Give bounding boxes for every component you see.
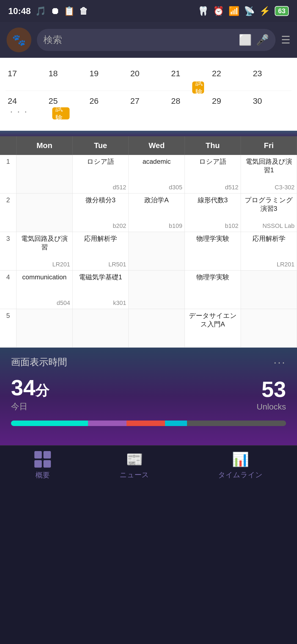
mic-icon[interactable]: 🎤	[256, 34, 269, 46]
record-icon: ⏺	[51, 6, 59, 16]
scan-icon[interactable]: ⬜	[239, 34, 252, 46]
charge-icon: ⚡	[259, 6, 270, 16]
cell-1-thu: ロシア語 d512	[185, 155, 241, 193]
cell-4-mon: communication d504	[16, 271, 73, 309]
period-label-4: 4	[0, 271, 16, 309]
timetable-period-1: 1 ロシア語 d512 academic d305 ロシア語 d512 電気回路…	[0, 155, 297, 193]
cell-2-thu: 線形代数3 b102	[185, 193, 241, 232]
nav-news-label: ニュース	[120, 470, 149, 480]
minutes-number: 34分	[11, 377, 49, 400]
bar-seg-2	[88, 421, 127, 426]
cell-2-mon	[16, 193, 73, 232]
event-shiken-1: 試験	[196, 78, 203, 97]
cal-30: 30	[251, 95, 292, 118]
timetable-period-4: 4 communication d504 電磁気学基礎1 k301 物理学実験	[0, 271, 297, 309]
bluetooth-icon: 🦷	[198, 6, 209, 16]
timetable-header: Mon Tue Wed Thu Fri	[0, 136, 297, 155]
minutes-stat: 34分 今日	[11, 377, 49, 412]
cal-24: 24 ・・・	[6, 95, 46, 118]
calendar-week-2: 24 ・・・ 25 試験 26 27 28 29 30	[6, 91, 292, 122]
cal-23: 23	[251, 68, 292, 86]
cell-5-tue	[73, 309, 129, 348]
cal-26: 26	[87, 95, 128, 118]
period-label-2: 2	[0, 193, 16, 232]
timeline-icon: 📊	[232, 451, 249, 467]
nav-overview[interactable]: 概要	[34, 451, 51, 480]
timetable-col-mon: Mon	[16, 136, 73, 155]
screen-time-title: 画面表示時間	[11, 356, 67, 369]
today-label: 今日	[11, 401, 49, 412]
cal-28: 28	[169, 95, 210, 118]
settings-icon[interactable]: ☰	[281, 34, 290, 46]
cell-4-thu: 物理学実験	[185, 271, 241, 309]
wifi-icon: 📡	[244, 6, 255, 16]
timetable-col-tue: Tue	[73, 136, 129, 155]
cal-29: 29	[210, 95, 251, 118]
timetable-col-wed: Wed	[129, 136, 185, 155]
cell-3-tue: 応用解析学 LR501	[73, 232, 129, 271]
cal-18: 18	[46, 68, 87, 86]
screen-icon: 📋	[64, 6, 75, 16]
timetable-period-3: 3 電気回路及び演習 LR201 応用解析学 LR501 物理学実験 応用解析学…	[0, 232, 297, 271]
screen-time-header: 画面表示時間 ···	[11, 356, 286, 369]
cell-3-thu: 物理学実験	[185, 232, 241, 271]
screen-time-more[interactable]: ···	[274, 356, 286, 369]
cell-5-thu: データサイエンス入門A	[185, 309, 241, 348]
timetable-section: Mon Tue Wed Thu Fri 1 ロシア語 d512 academic…	[0, 136, 297, 348]
timetable-col-period	[0, 136, 16, 155]
cell-5-fri	[241, 309, 297, 348]
news-icon: 📰	[126, 451, 143, 467]
nav-timeline[interactable]: 📊 タイムライン	[218, 451, 263, 480]
cal-20: 20	[128, 68, 169, 86]
nav-overview-label: 概要	[35, 470, 50, 480]
usage-bar	[11, 421, 286, 426]
music-icon: 🎵	[35, 6, 46, 16]
cal-17: 17	[6, 68, 46, 86]
bar-seg-4	[165, 421, 187, 426]
cell-3-wed	[129, 232, 185, 271]
search-area: 🐾 検索 ⬜ 🎤 ☰	[0, 22, 297, 58]
screen-time-section: 画面表示時間 ··· 34分 今日 53 Unlocks	[0, 348, 297, 445]
cal-19: 19	[87, 68, 128, 86]
time: 10:48	[8, 6, 31, 16]
unlocks-stat: 53 Unlocks	[257, 377, 286, 411]
status-bar: 10:48 🎵 ⏺ 📋 🗑 🦷 ⏰ 📶 📡 ⚡ 63	[0, 0, 297, 22]
delete-icon: 🗑	[79, 6, 88, 16]
unlock-count: 53	[257, 377, 286, 402]
bar-seg-3	[127, 421, 165, 426]
nav-timeline-label: タイムライン	[218, 470, 263, 480]
unlock-label: Unlocks	[257, 402, 286, 411]
cal-25: 25 試験	[46, 95, 87, 118]
battery: 63	[275, 6, 289, 16]
cal-27: 27	[128, 95, 169, 118]
signal-icon: 📶	[229, 6, 240, 16]
search-box[interactable]: 検索 ⬜ 🎤	[37, 29, 276, 51]
timetable-col-fri: Fri	[241, 136, 297, 155]
status-left: 10:48 🎵 ⏺ 📋 🗑	[8, 6, 88, 16]
cell-3-mon: 電気回路及び演習 LR201	[16, 232, 73, 271]
calendar-week-1: 17 18 19 20 21 試験 ・・・ 22 23	[6, 63, 292, 91]
cell-1-fri: 電気回路及び演習1 C3-302	[241, 155, 297, 193]
search-placeholder: 検索	[43, 34, 234, 46]
screen-time-stats: 34分 今日 53 Unlocks	[11, 377, 286, 412]
cell-5-mon	[16, 309, 73, 348]
timetable-period-2: 2 微分積分3 b202 政治学A b109 線形代数3 b102 プログラミン…	[0, 193, 297, 232]
cal-21: 21 試験 ・・・	[169, 68, 210, 86]
period-label-3: 3	[0, 232, 16, 271]
cell-2-wed: 政治学A b109	[129, 193, 185, 232]
status-right: 🦷 ⏰ 📶 📡 ⚡ 63	[198, 6, 289, 16]
alarm-icon: ⏰	[213, 6, 224, 16]
avatar[interactable]: 🐾	[7, 28, 31, 52]
bar-seg-1	[11, 421, 88, 426]
cell-1-wed: academic d305	[129, 155, 185, 193]
nav-news[interactable]: 📰 ニュース	[120, 451, 149, 480]
overview-icon	[34, 451, 51, 468]
cell-3-fri: 応用解析学 LR201	[241, 232, 297, 271]
timetable-col-thu: Thu	[185, 136, 241, 155]
period-label-1: 1	[0, 155, 16, 193]
cell-4-tue: 電磁気学基礎1 k301	[73, 271, 129, 309]
bar-seg-5	[187, 421, 286, 426]
calendar-section: 17 18 19 20 21 試験 ・・・ 22 23 24 ・・・ 25 試験…	[0, 58, 297, 131]
cell-5-wed	[129, 309, 185, 348]
cell-1-mon	[16, 155, 73, 193]
